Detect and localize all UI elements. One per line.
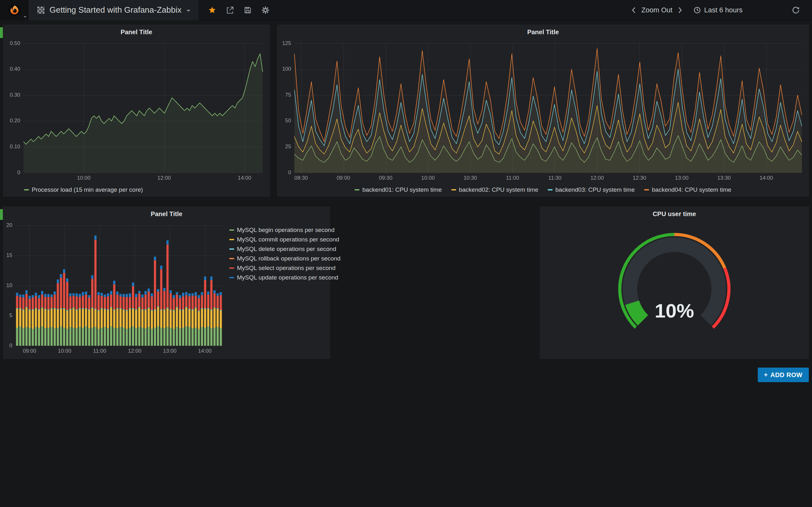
chevron-left-icon: [631, 6, 636, 14]
clock-icon: [693, 6, 701, 14]
legend-item[interactable]: backend01: CPU system time: [355, 186, 442, 193]
legend-series-marker: [229, 248, 234, 250]
legend-item[interactable]: backend03: CPU system time: [548, 186, 635, 193]
chevron-down-icon: [23, 16, 27, 18]
gauge-value: 10%: [540, 299, 809, 322]
panel-title[interactable]: Panel Title: [3, 25, 269, 39]
navbar-right: Zoom Out Last 6 hours: [631, 6, 812, 14]
chevron-down-icon: [187, 10, 190, 12]
legend-series-marker: [355, 189, 359, 190]
legend-series-label: backend03: CPU system time: [555, 186, 635, 193]
legend-item[interactable]: MySQL delete operations per second: [229, 245, 336, 252]
legend-item[interactable]: MySQL commit operations per second: [229, 236, 339, 243]
navbar: Getting Started with Grafana-Zabbix: [0, 0, 812, 20]
legend-series-marker: [229, 277, 234, 278]
legend-series-label: MySQL begin operations per second: [237, 227, 335, 233]
time-picker[interactable]: Last 6 hours: [693, 6, 743, 14]
zoom-out-button[interactable]: Zoom Out: [641, 6, 672, 14]
dashboard-picker[interactable]: Getting Started with Grafana-Zabbix: [29, 0, 199, 20]
row-toggle[interactable]: [0, 209, 3, 220]
panel-title[interactable]: Panel Title: [277, 25, 809, 39]
plus-icon: +: [764, 372, 768, 379]
legend-series-label: MySQL update operations per second: [237, 274, 338, 281]
dashboard-grid-icon: [38, 7, 44, 14]
time-back-button[interactable]: [631, 6, 636, 14]
legend-series-marker: [229, 268, 234, 269]
legend-item[interactable]: Processor load (15 min average per core): [24, 186, 143, 193]
refresh-icon: [792, 6, 800, 14]
legend-series-label: MySQL delete operations per second: [237, 245, 336, 252]
legend: backend01: CPU system timebackend02: CPU…: [277, 183, 809, 196]
cpu-user-time-gauge: [541, 221, 808, 354]
legend-series-label: MySQL rollback operations per second: [237, 255, 341, 262]
time-forward-button[interactable]: [677, 6, 682, 14]
panel-title[interactable]: CPU user time: [540, 207, 809, 221]
processor-load-graph[interactable]: [6, 39, 267, 183]
save-icon: [244, 6, 252, 14]
legend-item[interactable]: MySQL select operations per second: [229, 265, 336, 272]
add-row-label: ADD ROW: [770, 372, 803, 379]
legend-series-marker: [229, 258, 234, 259]
legend-series-label: MySQL commit operations per second: [237, 236, 339, 243]
dashboard-title: Getting Started with Grafana-Zabbix: [49, 5, 182, 15]
grafana-flame-icon: [8, 3, 21, 17]
legend-series-marker: [229, 229, 234, 231]
legend-series-label: MySQL select operations per second: [237, 265, 336, 272]
chevron-right-icon: [677, 6, 682, 14]
legend-item[interactable]: backend02: CPU system time: [451, 186, 538, 193]
legend-series-marker: [451, 189, 456, 190]
legend-item[interactable]: MySQL rollback operations per second: [229, 255, 341, 262]
legend-series-marker: [548, 189, 553, 190]
legend-item[interactable]: backend04: CPU system time: [644, 186, 731, 193]
grafana-logo[interactable]: [0, 0, 29, 20]
backend-cpu-graph[interactable]: [280, 39, 806, 183]
panel-processor-load: Panel Title Processor load (15 min avera…: [3, 25, 270, 196]
star-button[interactable]: [208, 6, 216, 14]
legend-series-marker: [644, 189, 649, 190]
panel-title[interactable]: Panel Title: [3, 207, 329, 221]
legend-series-label: backend04: CPU system time: [652, 186, 731, 193]
settings-button[interactable]: [261, 6, 270, 14]
legend-series-marker: [229, 239, 234, 240]
mysql-operations-graph[interactable]: [5, 221, 225, 356]
add-row-button[interactable]: + ADD ROW: [758, 368, 809, 382]
share-button[interactable]: [226, 6, 234, 14]
share-icon: [226, 6, 234, 14]
panel-backend-cpu: Panel Title backend01: CPU system timeba…: [277, 25, 809, 196]
save-button[interactable]: [244, 6, 252, 14]
legend: Processor load (15 min average per core): [3, 183, 269, 196]
refresh-button[interactable]: [792, 6, 800, 14]
legend: MySQL begin operations per secondMySQL c…: [229, 221, 341, 282]
dashboard-actions: [199, 6, 279, 14]
gear-icon: [261, 6, 270, 14]
legend-series-label: Processor load (15 min average per core): [32, 186, 143, 193]
legend-item[interactable]: MySQL begin operations per second: [229, 227, 335, 233]
legend-series-label: backend02: CPU system time: [459, 186, 538, 193]
panel-cpu-user-time: CPU user time 10%: [540, 207, 809, 359]
legend-item[interactable]: MySQL update operations per second: [229, 274, 338, 281]
row-toggle[interactable]: [0, 27, 3, 38]
star-icon: [208, 6, 216, 14]
legend-series-marker: [24, 189, 29, 190]
legend-series-label: backend01: CPU system time: [362, 186, 442, 193]
time-range-label: Last 6 hours: [704, 6, 743, 14]
panel-mysql-operations: Panel Title MySQL begin operations per s…: [3, 207, 330, 359]
